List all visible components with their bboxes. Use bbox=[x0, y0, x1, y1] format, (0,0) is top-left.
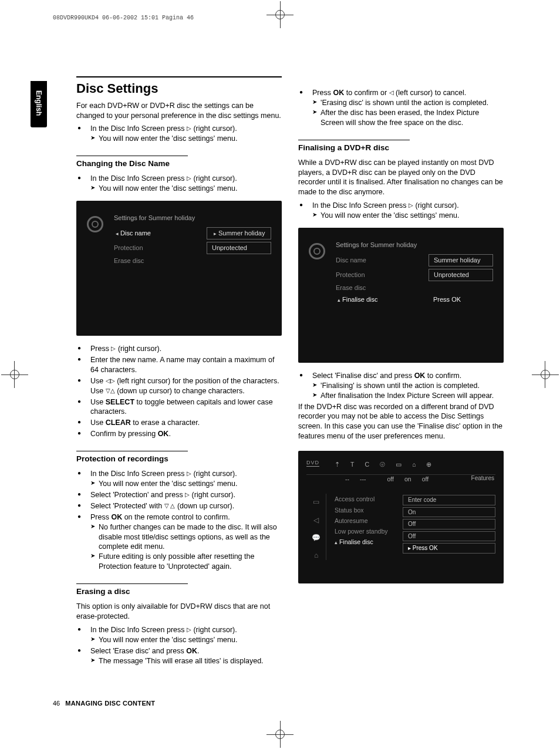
chapter-title: MANAGING DISC CONTENT bbox=[65, 700, 155, 707]
sub-note: You will now enter the 'disc settings' m… bbox=[90, 479, 282, 489]
disc-icon bbox=[87, 216, 103, 232]
osd-row: Erase disc bbox=[336, 282, 493, 293]
osd-disc-settings-screenshot: Settings for Summer holiday ◂Disc name ▸… bbox=[76, 201, 282, 336]
sub-note: You will now enter the 'disc settings' m… bbox=[90, 184, 282, 194]
list-item: Select 'Finalise disc' and press OK to c… bbox=[299, 371, 504, 401]
sub-note: 'Erasing disc' is shown until the action… bbox=[312, 98, 504, 108]
osd-top-iconrow: ⇡ T C ⦾ ▭ ⌂ ⊕ bbox=[306, 457, 495, 475]
finalise-tail: If the DVD+R disc was recorded on a diff… bbox=[298, 402, 504, 442]
erase-intro: This option is only aivailable for DVD+R… bbox=[76, 602, 282, 622]
sub-note: You will now enter the 'disc settings' m… bbox=[90, 635, 282, 645]
list-item: Use ◁▷ (left right cursor) for the posit… bbox=[77, 376, 282, 396]
osd-row: Protection Unprotected bbox=[114, 241, 271, 255]
osd-title: Settings for Summer holiday bbox=[336, 241, 493, 249]
sub-note: No further changes can be made to the di… bbox=[90, 522, 282, 552]
registration-mark-bottom-icon bbox=[271, 726, 289, 743]
osd-row: ▴Finalise disc Press OK bbox=[336, 293, 493, 306]
right-column: Press OK to confirm or ◁ (left cursor) t… bbox=[298, 76, 504, 667]
page-footer: 46 MANAGING DISC CONTENT bbox=[53, 699, 155, 708]
features-icon: ⌂ bbox=[314, 551, 318, 560]
osd-row: ◂Disc name ▸Summer holiday bbox=[114, 226, 271, 241]
subheading-erasing: Erasing a disc bbox=[76, 583, 282, 597]
list-item: Confirm by pressing OK. bbox=[77, 429, 282, 439]
sound-icon: ◁ bbox=[313, 515, 319, 525]
list-item: Use CLEAR to erase a character. bbox=[77, 418, 282, 428]
page-title: Disc Settings bbox=[76, 76, 282, 97]
language-icon: 💬 bbox=[312, 533, 321, 542]
prepress-jobline: 08DVDR990UKD4 06-06-2002 15:01 Pagina 46 bbox=[53, 14, 194, 22]
list-item: In the Disc Info Screen press ▷ (right c… bbox=[77, 124, 282, 144]
list-item: Press OK on the remote control to confir… bbox=[77, 512, 282, 572]
left-column: Disc Settings For each DVD+RW or DVD+R d… bbox=[76, 76, 282, 667]
osd-finalise-screenshot: Settings for Summer holiday Disc nameSum… bbox=[298, 228, 504, 363]
list-item: In the Disc Info Screen press ▷ (right c… bbox=[299, 201, 504, 221]
list-item: Select 'Protected' with ▽ △ (down up cur… bbox=[77, 501, 282, 511]
osd-side-icons: ▭ ◁ 💬 ⌂ bbox=[306, 494, 326, 560]
list-item: Press ▷ (right cursor). bbox=[77, 344, 282, 354]
osd-row: Erase disc bbox=[114, 255, 271, 266]
sub-note: The message 'This will erase all titles'… bbox=[90, 656, 282, 666]
registration-mark-right-icon bbox=[537, 366, 554, 383]
sub-note: After the disc has been erased, the Inde… bbox=[312, 108, 504, 128]
intro-text: For each DVD+RW or DVD+R disc the settin… bbox=[76, 101, 282, 121]
list-item: Press OK to confirm or ◁ (left cursor) t… bbox=[299, 88, 504, 128]
list-item: In the Disc Info Screen press ▷ (right c… bbox=[77, 174, 282, 194]
sub-note: Future editing is only possible after re… bbox=[90, 552, 282, 572]
list-item: In the Disc Info Screen press ▷ (right c… bbox=[77, 625, 282, 645]
list-item: Select 'Erase disc' and press OK. The me… bbox=[77, 646, 282, 666]
picture-icon: ▭ bbox=[313, 497, 319, 507]
osd-top-valrow: -- --- off on off bbox=[306, 475, 495, 489]
sub-note: You will now enter the 'disc settings' m… bbox=[312, 211, 504, 221]
list-item: Select 'Protection' and press ▷ (right c… bbox=[77, 490, 282, 500]
finalise-intro: While a DVD+RW disc can be played instan… bbox=[298, 158, 504, 198]
dvd-logo-icon: DVD bbox=[306, 459, 319, 467]
osd-features-list: Access control Status box Autoresume Low… bbox=[326, 494, 397, 560]
list-item: Enter the new name. A name may contain a… bbox=[77, 355, 282, 375]
list-item: Use SELECT to toggle between capitals an… bbox=[77, 397, 282, 417]
osd-title: Settings for Summer holiday bbox=[114, 214, 271, 222]
osd-features-menu-screenshot: DVD Features ⇡ T C ⦾ ▭ ⌂ ⊕ -- --- off on… bbox=[298, 451, 504, 583]
subheading-finalising: Finalising a DVD+R disc bbox=[298, 140, 504, 153]
disc-icon bbox=[309, 243, 325, 259]
registration-mark-left-icon bbox=[6, 366, 23, 383]
subheading-changing-disc-name: Changing the Disc Name bbox=[76, 156, 282, 169]
osd-features-values: Enter code On Off Off ▸ Press OK bbox=[397, 494, 495, 560]
features-label: Features bbox=[471, 474, 494, 483]
language-tab: English bbox=[31, 81, 47, 127]
sub-note: You will now enter the 'disc settings' m… bbox=[90, 134, 282, 144]
sub-note: 'Finalising' is shown until the action i… bbox=[312, 381, 504, 391]
subheading-protection: Protection of recordings bbox=[76, 451, 282, 464]
sub-note: After finalisation the Index Picture Scr… bbox=[312, 391, 504, 401]
osd-row: Disc nameSummer holiday bbox=[336, 253, 493, 268]
osd-row: ProtectionUnprotected bbox=[336, 268, 493, 282]
registration-mark-top-icon bbox=[271, 6, 289, 23]
page-number: 46 bbox=[53, 699, 60, 708]
list-item: In the Disc Info Screen press ▷ (right c… bbox=[77, 469, 282, 489]
